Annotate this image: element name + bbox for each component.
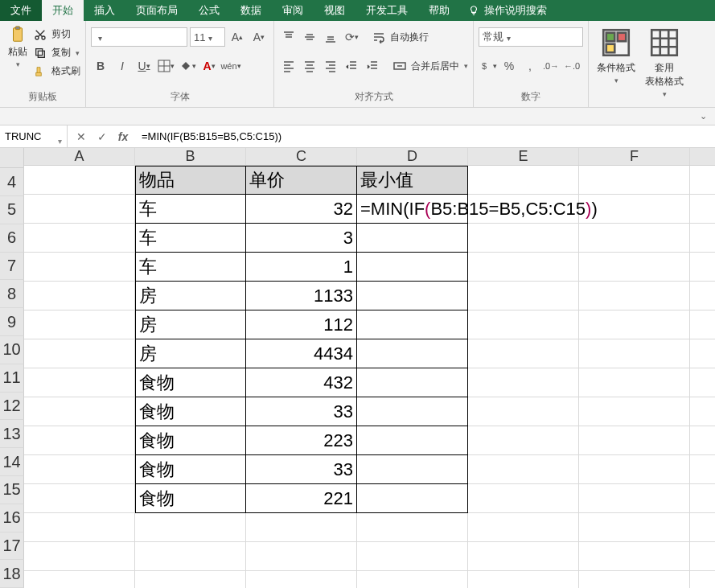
col-header-C[interactable]: C xyxy=(246,148,357,166)
cell[interactable] xyxy=(246,542,357,571)
cell[interactable] xyxy=(579,368,690,397)
cell[interactable] xyxy=(357,253,468,282)
wrap-text-button[interactable]: 自动换行 xyxy=(372,29,429,46)
cell[interactable] xyxy=(357,571,468,588)
cell[interactable]: 1 xyxy=(246,253,357,282)
row-header-16[interactable]: 16 xyxy=(0,504,24,532)
cell[interactable] xyxy=(690,166,715,195)
cell[interactable] xyxy=(579,397,690,426)
accounting-format-button[interactable]: $▾ xyxy=(479,56,498,76)
number-format-combo[interactable]: 常规 xyxy=(479,27,583,47)
row-header-13[interactable]: 13 xyxy=(0,420,24,448)
cell[interactable] xyxy=(579,166,690,195)
table-style-button[interactable]: 套用 表格格式 ▾ xyxy=(642,24,687,100)
cell[interactable] xyxy=(24,166,135,195)
tab-home[interactable]: 开始 xyxy=(42,0,84,21)
cell[interactable] xyxy=(579,224,690,253)
copy-button[interactable]: 复制 ▾ xyxy=(34,44,80,61)
cell[interactable]: =MIN(IF(B5:B15=B5,C5:C15)) xyxy=(357,195,468,224)
cell[interactable] xyxy=(690,455,715,484)
row-header-17[interactable]: 17 xyxy=(0,532,24,561)
select-all-corner[interactable] xyxy=(0,148,24,168)
cell[interactable] xyxy=(357,542,468,571)
fill-color-button[interactable]: ▾ xyxy=(178,56,197,76)
bold-button[interactable]: B xyxy=(91,56,110,76)
name-box-input[interactable] xyxy=(5,130,62,142)
cell[interactable] xyxy=(468,571,579,588)
phonetic-button[interactable]: wén▾ xyxy=(221,56,240,76)
cell[interactable] xyxy=(24,455,135,484)
align-top-button[interactable] xyxy=(279,27,298,47)
cell[interactable] xyxy=(468,484,579,513)
cell[interactable] xyxy=(579,310,690,339)
tab-data[interactable]: 数据 xyxy=(230,0,272,21)
font-name-combo[interactable] xyxy=(91,27,187,47)
row-header-9[interactable]: 9 xyxy=(0,308,24,336)
cell[interactable] xyxy=(579,542,690,571)
cell[interactable] xyxy=(690,426,715,455)
cell[interactable] xyxy=(357,310,468,339)
col-header-D[interactable]: D xyxy=(357,148,468,166)
cell[interactable] xyxy=(357,368,468,397)
cell[interactable]: 33 xyxy=(246,455,357,484)
decrease-font-button[interactable]: A▾ xyxy=(249,27,269,47)
col-header-A[interactable]: A xyxy=(24,148,135,166)
cell[interactable]: 车 xyxy=(135,224,246,253)
row-header-7[interactable]: 7 xyxy=(0,253,24,281)
cell[interactable]: 3 xyxy=(246,224,357,253)
cell[interactable] xyxy=(690,282,715,310)
cell[interactable] xyxy=(357,339,468,368)
cancel-formula-button[interactable]: ✕ xyxy=(71,127,92,146)
row-header-6[interactable]: 6 xyxy=(0,224,24,253)
cell[interactable]: 221 xyxy=(246,484,357,513)
cell[interactable] xyxy=(579,571,690,588)
cell[interactable] xyxy=(579,455,690,484)
tab-help[interactable]: 帮助 xyxy=(418,0,460,21)
cell[interactable]: 物品 xyxy=(135,166,246,195)
row-header-12[interactable]: 12 xyxy=(0,393,24,421)
cell[interactable] xyxy=(468,426,579,455)
cell[interactable] xyxy=(24,310,135,339)
cell[interactable] xyxy=(579,484,690,513)
cell[interactable] xyxy=(690,484,715,513)
cell[interactable] xyxy=(24,513,135,542)
cell[interactable] xyxy=(690,339,715,368)
cell[interactable] xyxy=(468,253,579,282)
increase-decimal-button[interactable]: .0→ xyxy=(541,56,561,76)
cell[interactable] xyxy=(690,253,715,282)
cell[interactable] xyxy=(357,455,468,484)
row-header-15[interactable]: 15 xyxy=(0,476,24,504)
cell[interactable] xyxy=(468,310,579,339)
cell[interactable]: 车 xyxy=(135,195,246,224)
col-header-extra[interactable] xyxy=(690,148,715,166)
cell[interactable]: 4434 xyxy=(246,339,357,368)
align-bottom-button[interactable] xyxy=(321,27,340,47)
row-header-5[interactable]: 5 xyxy=(0,196,24,224)
increase-indent-button[interactable] xyxy=(363,56,382,76)
cell[interactable] xyxy=(24,224,135,253)
cell[interactable] xyxy=(690,368,715,397)
increase-font-button[interactable]: A▴ xyxy=(228,27,247,47)
cell[interactable] xyxy=(690,571,715,588)
cell[interactable] xyxy=(24,368,135,397)
cell[interactable] xyxy=(24,571,135,588)
tab-developer[interactable]: 开发工具 xyxy=(355,0,418,21)
cell[interactable]: 食物 xyxy=(135,455,246,484)
cell[interactable] xyxy=(357,426,468,455)
col-header-F[interactable]: F xyxy=(579,148,690,166)
cell[interactable] xyxy=(357,484,468,513)
tab-formulas[interactable]: 公式 xyxy=(188,0,230,21)
cell[interactable] xyxy=(579,253,690,282)
cell[interactable] xyxy=(468,224,579,253)
formula-editing-overlay[interactable]: =MIN(IF(B5:B15=B5,C5:C15)) xyxy=(357,195,695,223)
cell[interactable] xyxy=(24,195,135,224)
row-header-11[interactable]: 11 xyxy=(0,364,24,393)
tab-insert[interactable]: 插入 xyxy=(84,0,125,21)
align-middle-button[interactable] xyxy=(300,27,319,47)
row-header-14[interactable]: 14 xyxy=(0,448,24,476)
font-color-button[interactable]: A▾ xyxy=(199,56,219,76)
row-header-8[interactable]: 8 xyxy=(0,280,24,308)
underline-button[interactable]: U▾ xyxy=(134,56,154,76)
cell[interactable] xyxy=(24,397,135,426)
decrease-decimal-button[interactable]: ←.0 xyxy=(562,56,581,76)
